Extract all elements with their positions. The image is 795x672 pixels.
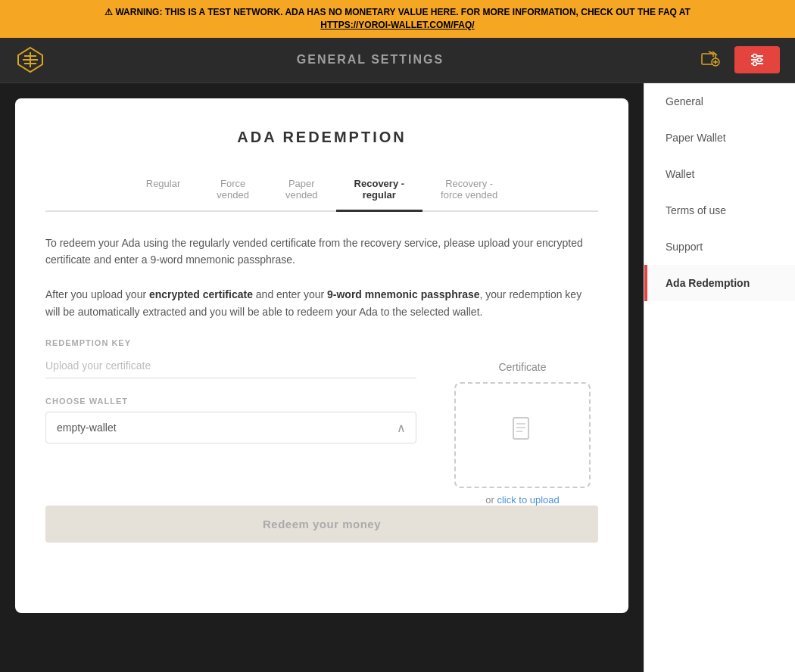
sidebar-item-terms-of-use[interactable]: Terms of use [644,192,795,229]
settings-button[interactable] [734,46,780,73]
certificate-label: Certificate [498,361,546,373]
sidebar-item-general[interactable]: General [644,83,795,120]
upload-icon [507,414,538,451]
warning-link[interactable]: HTTPS://YOROI-WALLET.COM/FAQ/ [320,20,474,30]
wallet-select[interactable]: empty-wallet Wallet 1 Wallet 2 [45,412,416,443]
header: GENERAL SETTINGS [0,38,795,83]
redemption-key-label: REDEMPTION KEY [45,338,416,347]
choose-wallet-label: CHOOSE WALLET [45,397,416,406]
description-1: To redeem your Ada using the regularly v… [45,235,598,269]
bold-passphrase: 9-word mnemonic passphrase [327,288,480,300]
page-title: ADA REDEMPTION [45,129,598,146]
wallet-export-button[interactable] [695,45,725,75]
tab-recovery-force-vended[interactable]: Recovery -force vended [422,169,516,212]
description-2: After you upload your encrypted certific… [45,286,598,320]
upload-or-text: or click to upload [485,494,560,506]
sidebar-item-ada-redemption[interactable]: Ada Redemption [644,265,795,301]
form-left: REDEMPTION KEY CHOOSE WALLET empty-walle… [45,338,416,506]
sidebar-item-wallet[interactable]: Wallet [644,156,795,192]
warning-banner: ⚠ WARNING: THIS IS A TEST NETWORK. ADA H… [0,0,795,38]
tab-force-vended[interactable]: Forcevended [198,169,267,212]
redemption-tabs: Regular Forcevended Papervended Recovery… [45,169,598,212]
upload-area[interactable] [454,382,591,488]
redeem-button[interactable]: Redeem your money [45,506,598,543]
form-area: REDEMPTION KEY CHOOSE WALLET empty-walle… [45,338,598,506]
warning-text: WARNING: THIS IS A TEST NETWORK. ADA HAS… [115,7,691,17]
svg-point-12 [753,62,756,66]
form-right: Certificate or click to upload [447,338,598,506]
sidebar-item-paper-wallet[interactable]: Paper Wallet [644,120,795,156]
svg-point-10 [753,54,756,58]
tab-paper-vended[interactable]: Papervended [267,169,336,212]
bold-encrypted: encrypted certificate [149,288,253,300]
main-content: ADA REDEMPTION Regular Forcevended Paper… [0,83,644,672]
header-actions [695,45,780,75]
tab-regular[interactable]: Regular [128,169,199,212]
click-to-upload-link[interactable]: click to upload [497,494,559,506]
page-card: ADA REDEMPTION Regular Forcevended Paper… [15,98,628,613]
logo-area [15,45,45,75]
svg-point-11 [757,58,761,62]
header-title: GENERAL SETTINGS [297,53,444,67]
main-layout: ADA REDEMPTION Regular Forcevended Paper… [0,83,795,672]
wallet-select-wrapper: empty-wallet Wallet 1 Wallet 2 ∧ [45,412,416,443]
redemption-key-input[interactable] [45,353,416,378]
warning-icon: ⚠ [104,7,113,17]
sidebar: General Paper Wallet Wallet Terms of use… [644,83,795,672]
svg-rect-13 [513,418,528,439]
tab-recovery-regular[interactable]: Recovery -regular [336,169,422,212]
sidebar-item-support[interactable]: Support [644,229,795,265]
logo-icon [15,45,45,75]
